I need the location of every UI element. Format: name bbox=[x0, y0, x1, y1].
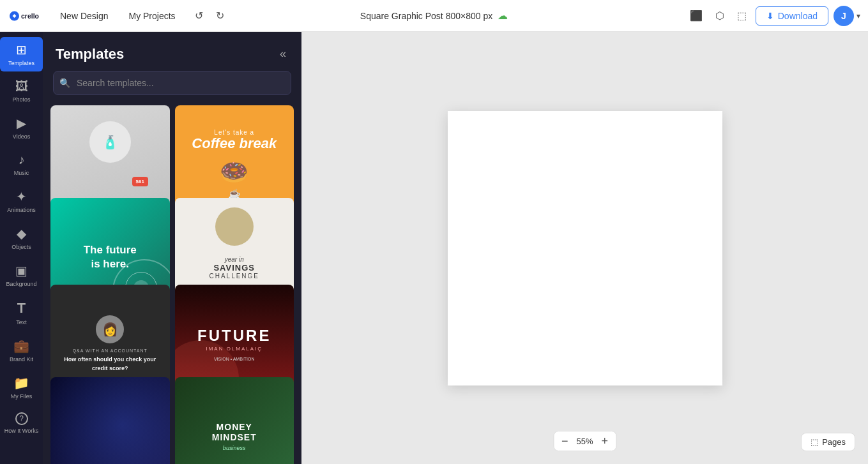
sidebar-item-label: Objects bbox=[11, 244, 31, 250]
cloud-save-icon: ☁ bbox=[498, 10, 508, 22]
objects-icon: ◆ bbox=[17, 226, 26, 241]
undo-redo-group: ↺ ↻ bbox=[190, 7, 229, 24]
search-input[interactable] bbox=[53, 71, 291, 95]
canvas-title: Square Graphic Post 800×800 px ☁ bbox=[360, 10, 508, 22]
sidebar-item-label: Text bbox=[16, 319, 27, 326]
panel-header: Templates « bbox=[43, 32, 301, 71]
template-card-7[interactable]: YOUR DIGITAL bbox=[50, 377, 170, 465]
templates-panel: Templates « 🔍 🧴 $61 With love, NURTURING… bbox=[43, 32, 301, 464]
canvas-area: − 55% + ⬚ Pages bbox=[301, 32, 868, 464]
sidebar-item-photos[interactable]: 🖼 Photos bbox=[0, 74, 43, 108]
download-icon: ⬇ bbox=[766, 11, 774, 21]
pages-button[interactable]: ⬚ Pages bbox=[801, 433, 855, 451]
sidebar-item-label: Animations bbox=[7, 207, 36, 213]
sidebar-item-label: Videos bbox=[13, 133, 30, 140]
new-design-button[interactable]: New Design bbox=[54, 7, 114, 25]
template-grid: 🧴 $61 With love, NURTURING SERUM Let's t… bbox=[43, 105, 301, 464]
sidebar-item-background[interactable]: ▣ Background bbox=[0, 258, 43, 292]
avatar: J bbox=[834, 6, 854, 26]
logo[interactable]: crello bbox=[8, 8, 46, 24]
chevron-down-icon: ▾ bbox=[857, 11, 860, 20]
sidebar-item-my-files[interactable]: 📁 My Files bbox=[0, 370, 43, 405]
download-button[interactable]: ⬇ Download bbox=[756, 6, 828, 26]
sidebar-item-label: Templates bbox=[8, 60, 34, 66]
photos-icon: 🖼 bbox=[15, 79, 28, 94]
sidebar-item-text[interactable]: T Text bbox=[0, 295, 43, 331]
help-icon: ? bbox=[15, 412, 28, 425]
pages-icon: ⬚ bbox=[811, 437, 818, 447]
sidebar-item-label: My Files bbox=[11, 393, 33, 400]
sidebar-item-brand-kit[interactable]: 💼 Brand Kit bbox=[0, 333, 43, 368]
undo-button[interactable]: ↺ bbox=[190, 7, 208, 24]
sidebar-item-label: Music bbox=[14, 170, 29, 176]
svg-text:crello: crello bbox=[21, 11, 39, 19]
search-icon: 🔍 bbox=[59, 78, 70, 88]
present-icon[interactable]: ⬛ bbox=[686, 6, 706, 26]
templates-icon: ⊞ bbox=[16, 42, 27, 57]
redo-button[interactable]: ↻ bbox=[211, 7, 229, 24]
text-icon: T bbox=[17, 300, 26, 317]
right-actions: ⬛ ⬡ ⬚ ⬇ Download J ▾ bbox=[686, 6, 860, 26]
sidebar-item-how-it-works[interactable]: ? How It Works bbox=[0, 407, 43, 439]
top-nav: crello New Design My Projects ↺ ↻ Square… bbox=[0, 0, 868, 32]
sidebar-item-music[interactable]: ♪ Music bbox=[0, 147, 43, 181]
videos-icon: ▶ bbox=[17, 116, 26, 131]
resize-icon[interactable]: ⬚ bbox=[733, 6, 750, 26]
animations-icon: ✦ bbox=[16, 189, 27, 204]
canvas-content[interactable] bbox=[448, 111, 722, 385]
sidebar-item-videos[interactable]: ▶ Videos bbox=[0, 110, 43, 145]
background-icon: ▣ bbox=[15, 263, 27, 278]
brand-kit-icon: 💼 bbox=[13, 338, 29, 354]
zoom-out-button[interactable]: − bbox=[561, 435, 568, 447]
my-files-icon: 📁 bbox=[13, 375, 29, 391]
panel-title: Templates bbox=[56, 46, 124, 63]
template-card-8[interactable]: MONEY MINDSET business bbox=[175, 377, 294, 465]
collapse-panel-button[interactable]: « bbox=[277, 45, 289, 63]
zoom-controls: − 55% + bbox=[553, 431, 616, 451]
zoom-in-button[interactable]: + bbox=[602, 435, 609, 447]
search-bar: 🔍 bbox=[53, 71, 291, 95]
sidebar-item-label: Brand Kit bbox=[10, 356, 33, 363]
my-projects-button[interactable]: My Projects bbox=[122, 7, 181, 25]
sidebar-item-objects[interactable]: ◆ Objects bbox=[0, 221, 43, 255]
sidebar-item-templates[interactable]: ⊞ Templates bbox=[0, 37, 43, 71]
music-icon: ♪ bbox=[19, 153, 25, 167]
sidebar-item-label: Background bbox=[6, 281, 36, 287]
share-icon[interactable]: ⬡ bbox=[712, 6, 728, 26]
sidebar-item-label: How It Works bbox=[4, 428, 38, 434]
sidebar-item-animations[interactable]: ✦ Animations bbox=[0, 184, 43, 218]
user-menu[interactable]: J ▾ bbox=[834, 6, 860, 26]
icon-sidebar: ⊞ Templates 🖼 Photos ▶ Videos ♪ Music ✦ … bbox=[0, 32, 43, 464]
zoom-value: 55% bbox=[574, 437, 597, 446]
main-layout: ⊞ Templates 🖼 Photos ▶ Videos ♪ Music ✦ … bbox=[0, 32, 868, 464]
sidebar-item-label: Photos bbox=[12, 96, 30, 103]
